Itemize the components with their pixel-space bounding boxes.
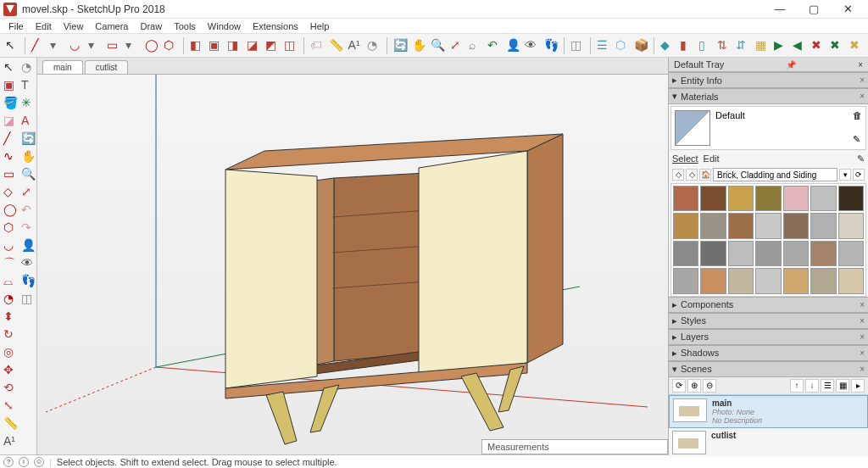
solid-subtract-icon[interactable]: ▮ bbox=[678, 36, 695, 55]
prev-view-icon[interactable]: ↶ bbox=[19, 202, 36, 219]
3d-warehouse-icon[interactable]: 📦 bbox=[632, 36, 649, 55]
panel-layers[interactable]: ▸ Layers × bbox=[669, 329, 868, 345]
menu-extensions[interactable]: Extensions bbox=[248, 20, 303, 32]
panel-close-icon[interactable]: × bbox=[860, 92, 865, 101]
front-view-icon[interactable]: ◨ bbox=[225, 36, 242, 55]
walk-icon[interactable]: 👣 bbox=[542, 36, 559, 55]
circle-tool-icon[interactable]: ◯ bbox=[142, 36, 159, 55]
axis-y-icon[interactable]: ✖ bbox=[828, 36, 845, 55]
close-button[interactable]: ✕ bbox=[831, 0, 865, 19]
list-view-icon[interactable]: ☰ bbox=[821, 379, 834, 393]
next-view-icon[interactable]: ↷ bbox=[19, 220, 36, 237]
material-swatch[interactable] bbox=[728, 241, 754, 266]
tape-measure-icon[interactable]: 📏 bbox=[327, 36, 344, 55]
paint-bucket-icon[interactable]: 🪣 bbox=[2, 95, 19, 112]
arc-dropdown-icon[interactable]: ▾ bbox=[86, 36, 103, 55]
move-icon[interactable]: ✥ bbox=[2, 362, 19, 379]
scene-tab-cutlist[interactable]: cutlist bbox=[85, 60, 129, 74]
tray-close-icon[interactable]: × bbox=[858, 60, 863, 70]
polygon-tool-icon[interactable]: ⬡ bbox=[162, 36, 179, 55]
rectangle-tool-icon[interactable]: ▭ bbox=[105, 36, 122, 55]
arc-tool-icon[interactable]: ◡ bbox=[68, 36, 85, 55]
left-view-icon[interactable]: ◫ bbox=[282, 36, 299, 55]
maximize-button[interactable]: ▢ bbox=[797, 0, 831, 19]
scene-tab-main[interactable]: main bbox=[42, 60, 83, 74]
material-swatch[interactable] bbox=[673, 186, 698, 211]
material-swatch[interactable] bbox=[755, 268, 781, 293]
solid-union-icon[interactable]: ◆ bbox=[659, 36, 676, 55]
iso-view-icon[interactable]: ◧ bbox=[188, 36, 205, 55]
outliner-icon[interactable]: ☰ bbox=[595, 36, 612, 55]
remove-scene-icon[interactable]: ⊖ bbox=[703, 379, 716, 393]
collection-dropdown-icon[interactable]: ▾ bbox=[839, 169, 851, 181]
current-material-swatch[interactable] bbox=[675, 110, 710, 146]
orbit-icon[interactable]: 🔄 bbox=[392, 36, 409, 55]
menu-view[interactable]: View bbox=[58, 20, 89, 32]
walk-icon[interactable]: 👣 bbox=[19, 273, 36, 290]
material-swatch[interactable] bbox=[728, 186, 754, 211]
zoom-window-icon[interactable]: ⌕ bbox=[467, 36, 484, 55]
material-swatch[interactable] bbox=[755, 186, 781, 211]
geo-locate-icon[interactable]: ⬡ bbox=[614, 36, 631, 55]
panel-materials[interactable]: ▾ Materials × bbox=[669, 88, 868, 104]
panel-close-icon[interactable]: × bbox=[860, 348, 865, 358]
dimension-icon[interactable]: A¹ bbox=[346, 36, 363, 55]
axis-x-icon[interactable]: ✖ bbox=[810, 36, 826, 55]
section-plane-icon[interactable]: ◫ bbox=[569, 36, 586, 55]
3d-text-icon[interactable]: A bbox=[19, 113, 36, 130]
panel-entity-info[interactable]: ▸ Entity Info × bbox=[669, 72, 868, 88]
right-view-icon[interactable]: ◪ bbox=[244, 36, 261, 55]
position-camera-icon[interactable]: 👤 bbox=[504, 36, 521, 55]
thumb-view-icon[interactable]: ▦ bbox=[836, 379, 849, 393]
pin-icon[interactable]: 📌 bbox=[786, 60, 796, 70]
zoom-icon[interactable]: 🔍 bbox=[19, 166, 36, 183]
circle-icon[interactable]: ◯ bbox=[2, 202, 19, 219]
zoom-icon[interactable]: 🔍 bbox=[429, 36, 446, 55]
pie-icon[interactable]: ◔ bbox=[2, 291, 19, 308]
rectangle-icon[interactable]: ▭ bbox=[2, 166, 19, 183]
position-camera-icon[interactable]: 👤 bbox=[19, 237, 36, 254]
look-around-icon[interactable]: 👁 bbox=[19, 255, 36, 272]
pan-icon[interactable]: ✋ bbox=[410, 36, 427, 55]
nav-home-icon[interactable]: 🏠 bbox=[699, 169, 711, 181]
material-swatch[interactable] bbox=[700, 241, 726, 266]
update-scene-icon[interactable]: ⟳ bbox=[672, 379, 686, 393]
top-view-icon[interactable]: ▣ bbox=[207, 36, 224, 55]
flip-along2-icon[interactable]: ◀ bbox=[791, 36, 808, 55]
menu-camera[interactable]: Camera bbox=[90, 20, 133, 32]
eraser-icon[interactable]: ◪ bbox=[2, 113, 19, 130]
menu-draw[interactable]: Draw bbox=[135, 20, 167, 32]
flip-along-icon[interactable]: ▶ bbox=[772, 36, 789, 55]
minimize-button[interactable]: — bbox=[763, 0, 797, 19]
material-swatch[interactable] bbox=[755, 213, 781, 238]
panel-components[interactable]: ▸ Components × bbox=[669, 297, 868, 313]
material-swatch[interactable] bbox=[810, 241, 836, 266]
orbit-icon[interactable]: 🔄 bbox=[19, 131, 36, 148]
offset-icon[interactable]: ◎ bbox=[2, 344, 19, 361]
axes-icon[interactable]: ✳ bbox=[19, 95, 36, 112]
material-swatch[interactable] bbox=[810, 186, 836, 211]
panel-scenes[interactable]: ▾ Scenes × bbox=[669, 361, 868, 377]
help-icon[interactable]: ? bbox=[3, 457, 14, 467]
follow-me-icon[interactable]: ↻ bbox=[2, 326, 19, 343]
add-scene-icon[interactable]: ⊕ bbox=[687, 379, 701, 393]
solid-intersect-icon[interactable]: ⇅ bbox=[715, 36, 732, 55]
menu-edit[interactable]: Edit bbox=[31, 20, 57, 32]
line-tool-icon[interactable]: ╱ bbox=[30, 36, 47, 55]
3d-viewport[interactable]: Measurements bbox=[37, 75, 668, 454]
move-down-icon[interactable]: ↓ bbox=[805, 379, 819, 393]
details-icon[interactable]: ⟳ bbox=[853, 169, 865, 181]
2pt-arc-icon[interactable]: ⌒ bbox=[2, 255, 19, 272]
material-swatch[interactable] bbox=[838, 213, 864, 238]
material-swatch[interactable] bbox=[783, 213, 809, 238]
menu-tools[interactable]: Tools bbox=[169, 20, 201, 32]
zoom-extents-icon[interactable]: ⤢ bbox=[19, 184, 36, 201]
material-swatch[interactable] bbox=[810, 268, 836, 293]
rotated-rect-icon[interactable]: ◇ bbox=[2, 184, 19, 201]
tape-icon[interactable]: 📏 bbox=[2, 415, 19, 432]
pan-icon[interactable]: ✋ bbox=[19, 148, 36, 165]
protractor-icon[interactable]: ◔ bbox=[365, 36, 382, 55]
material-swatch[interactable] bbox=[838, 268, 864, 293]
menu-icon[interactable]: ▸ bbox=[851, 379, 865, 393]
eyedropper-icon[interactable]: ✎ bbox=[857, 153, 865, 164]
